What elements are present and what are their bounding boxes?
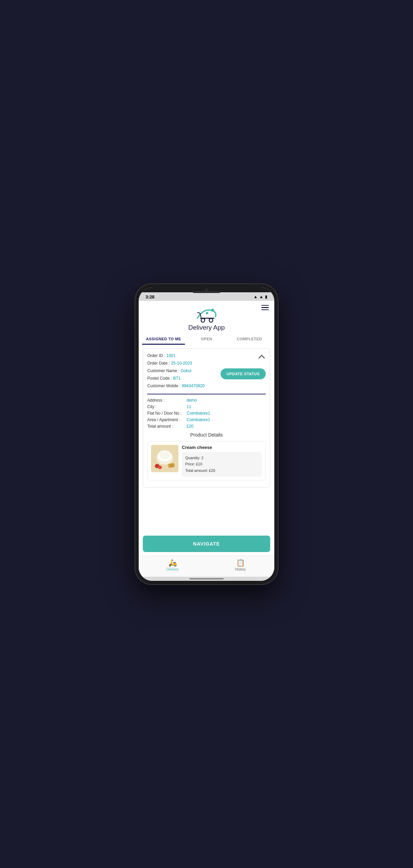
- svg-point-2: [209, 318, 213, 322]
- customer-name-field: Customer Name : Gokul: [147, 368, 204, 374]
- customer-mobile-label: Customer Mobile :: [147, 383, 182, 388]
- total-amount-label: Total amount :: [147, 424, 187, 429]
- order-date-field: Order Date : 25-10-2023: [147, 360, 204, 366]
- postel-code-value: BT1: [173, 376, 180, 381]
- update-status-button[interactable]: UPDATE STATUS: [221, 368, 266, 379]
- customer-name-label: Customer Name :: [147, 368, 180, 373]
- svg-point-9: [158, 466, 162, 469]
- flat-no-field: Flat No / Door No : Coimbatore1: [147, 411, 266, 416]
- address-label: Address :: [147, 398, 187, 403]
- status-bar: 3:28 ▲ ▲ ▮: [139, 292, 274, 301]
- city-label: City :: [147, 404, 187, 409]
- app-title: Delivery App: [188, 324, 225, 331]
- app-header: Delivery App: [139, 301, 274, 331]
- home-indicator: [139, 577, 274, 581]
- product-info: Cream cheese Quantity: 2 Price: £10 Tota…: [182, 445, 262, 477]
- order-id-label: Order ID :: [147, 353, 166, 358]
- svg-point-3: [206, 312, 208, 314]
- total-amount-field: Total amount : £20: [147, 424, 266, 429]
- order-card: Order ID : 1001 Order Date : 25-10-2023 …: [143, 348, 270, 488]
- home-bar: [189, 578, 224, 579]
- svg-point-1: [201, 318, 205, 322]
- collapse-chevron[interactable]: [258, 353, 266, 361]
- nav-item-history[interactable]: 📋 History: [206, 559, 274, 571]
- product-details-box: Quantity: 2 Price: £10 Total amount: £20: [182, 452, 262, 477]
- wifi-icon: ▲: [253, 294, 258, 299]
- product-total: Total amount: £20: [185, 467, 259, 474]
- status-time: 3:28: [146, 294, 154, 299]
- svg-point-0: [211, 308, 214, 311]
- bottom-nav: 🛵 Delivery 📋 History: [139, 555, 274, 577]
- signal-icon: ▲: [259, 294, 263, 299]
- order-date-value: 25-10-2023: [171, 361, 192, 366]
- nav-item-delivery[interactable]: 🛵 Delivery: [139, 559, 206, 571]
- app-logo: [195, 304, 218, 323]
- cream-cheese-image: [151, 445, 178, 472]
- tab-bar: ASSIGNED TO ME OPEN COMPLETED: [139, 331, 274, 345]
- order-date-label: Order Date :: [147, 361, 171, 366]
- product-name: Cream cheese: [182, 445, 262, 450]
- address-value: demo: [187, 398, 197, 403]
- tab-open[interactable]: OPEN: [185, 334, 228, 345]
- area-field: Area / Apartment : Coimbatore1: [147, 417, 266, 422]
- history-label: History: [235, 567, 246, 571]
- order-id-field: Order ID : 1001: [147, 353, 204, 359]
- total-amount-value: £20: [187, 424, 193, 429]
- camera-bar: [139, 288, 274, 292]
- postel-code-field: Postel Code : BT1: [147, 375, 204, 381]
- flat-no-label: Flat No / Door No :: [147, 411, 187, 416]
- product-price: Price: £10: [185, 461, 259, 467]
- area-value: Coimbatore1: [187, 417, 210, 422]
- customer-name-value: Gokul: [180, 368, 191, 373]
- product-quantity: Quantity: 2: [185, 455, 259, 461]
- customer-mobile-value: 9943470820: [182, 383, 205, 388]
- tab-assigned-to-me[interactable]: ASSIGNED TO ME: [142, 334, 185, 345]
- address-section: Address : demo City : 11 Flat No / Door …: [147, 398, 266, 429]
- order-info-section: Order ID : 1001 Order Date : 25-10-2023 …: [147, 353, 204, 390]
- navigate-button[interactable]: NAVIGATE: [143, 536, 270, 552]
- chevron-up-icon: [259, 355, 265, 359]
- order-id-value: 1001: [166, 353, 176, 358]
- order-top-row: Order ID : 1001 Order Date : 25-10-2023 …: [147, 353, 266, 390]
- postel-code-label: Postel Code :: [147, 376, 173, 381]
- logo-container: Delivery App: [188, 304, 225, 331]
- history-icon: 📋: [236, 559, 245, 567]
- customer-mobile-field: Customer Mobile : 9943470820: [147, 383, 204, 389]
- city-field: City : 11: [147, 404, 266, 409]
- delivery-label: Delivery: [166, 567, 179, 571]
- speaker-bar: [193, 291, 220, 293]
- hamburger-icon[interactable]: [261, 305, 269, 310]
- product-details-title: Product Details: [147, 432, 266, 438]
- city-value: 11: [187, 404, 191, 409]
- status-icons: ▲ ▲ ▮: [253, 294, 267, 299]
- scroll-area[interactable]: Order ID : 1001 Order Date : 25-10-2023 …: [139, 345, 274, 536]
- order-divider: [147, 394, 266, 394]
- address-field: Address : demo: [147, 398, 266, 403]
- product-card: Cream cheese Quantity: 2 Price: £10 Tota…: [147, 441, 266, 480]
- delivery-icon: 🛵: [168, 559, 177, 567]
- product-image: [151, 445, 178, 472]
- phone-frame: 3:28 ▲ ▲ ▮: [135, 283, 278, 585]
- battery-icon: ▮: [265, 294, 267, 299]
- app-content: Delivery App ASSIGNED TO ME OPEN COMPLET…: [139, 301, 274, 581]
- tab-completed[interactable]: COMPLETED: [228, 334, 271, 345]
- svg-point-7: [159, 451, 170, 459]
- area-label: Area / Apartment :: [147, 417, 187, 422]
- flat-no-value: Coimbatore1: [187, 411, 210, 416]
